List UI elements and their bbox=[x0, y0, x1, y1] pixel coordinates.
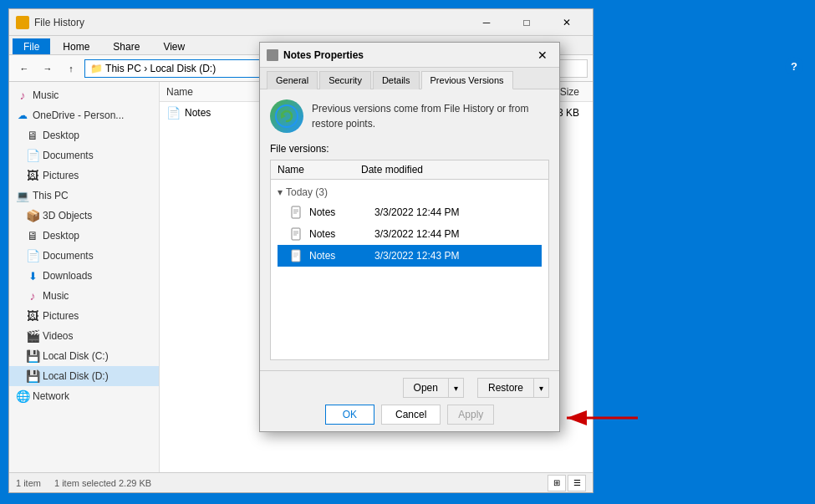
tab-previous-versions[interactable]: Previous Versions bbox=[421, 71, 513, 89]
dialog-tabs: General Security Details Previous Versio… bbox=[260, 68, 559, 89]
sidebar-item-diskd[interactable]: 💾 Local Disk (D:) bbox=[9, 366, 159, 386]
sidebar-item-music-2[interactable]: ♪ Music bbox=[9, 286, 159, 306]
up-button[interactable]: ↑ bbox=[61, 59, 81, 79]
cancel-button[interactable]: Cancel bbox=[381, 405, 441, 425]
tab-file[interactable]: File bbox=[13, 38, 50, 54]
version-icon-0 bbox=[291, 206, 303, 219]
title-bar: File History ─ □ ✕ bbox=[9, 9, 593, 36]
sidebar-item-3dobjects[interactable]: 📦 3D Objects bbox=[9, 206, 159, 226]
svg-rect-10 bbox=[292, 250, 300, 262]
minimize-button[interactable]: ─ bbox=[467, 9, 506, 36]
maximize-button[interactable]: □ bbox=[507, 9, 546, 36]
file-icon: 📄 bbox=[166, 106, 180, 120]
versions-header: Name Date modified bbox=[271, 160, 548, 180]
version-date-1: 3/3/2022 12:44 PM bbox=[374, 228, 528, 240]
version-icon-2 bbox=[291, 249, 303, 262]
sidebar: ♪ Music ☁ OneDrive - Person... 🖥 Desktop… bbox=[9, 82, 160, 472]
diskc-icon: 💾 bbox=[26, 349, 39, 363]
window-icon bbox=[16, 16, 29, 29]
sidebar-item-documents-2[interactable]: 📄 Documents bbox=[9, 246, 159, 266]
sidebar-label: Videos bbox=[43, 330, 73, 342]
dialog-info-row: Previous versions come from File History… bbox=[270, 99, 549, 133]
3dobjects-icon: 📦 bbox=[26, 209, 39, 222]
version-date-0: 3/3/2022 12:44 PM bbox=[374, 206, 528, 218]
details-view-button[interactable]: ⊞ bbox=[548, 475, 566, 491]
sidebar-label: Documents bbox=[43, 150, 94, 161]
tab-security[interactable]: Security bbox=[319, 71, 371, 89]
window-controls: ─ □ ✕ bbox=[467, 9, 586, 36]
versions-table: Name Date modified ▾ Today (3) Notes bbox=[270, 160, 549, 360]
forward-button[interactable]: → bbox=[38, 59, 58, 79]
sidebar-item-pictures-2[interactable]: 🖼 Pictures bbox=[9, 306, 159, 326]
sidebar-item-diskc[interactable]: 💾 Local Disk (C:) bbox=[9, 346, 159, 366]
sidebar-item-videos[interactable]: 🎬 Videos bbox=[9, 326, 159, 346]
documents-icon: 📄 bbox=[26, 149, 39, 162]
pictures-icon: 🖼 bbox=[26, 169, 39, 182]
sidebar-item-desktop-1[interactable]: 🖥 Desktop bbox=[9, 125, 159, 145]
dialog-close-button[interactable]: ✕ bbox=[532, 45, 553, 65]
tab-details[interactable]: Details bbox=[373, 71, 420, 89]
restore-dropdown-button[interactable]: ▾ bbox=[534, 378, 549, 398]
open-dropdown-button[interactable]: ▾ bbox=[449, 378, 464, 398]
sidebar-label: Pictures bbox=[43, 310, 79, 322]
sidebar-label: Desktop bbox=[43, 130, 79, 141]
tab-home[interactable]: Home bbox=[52, 38, 100, 54]
onedrive-icon: ☁ bbox=[16, 109, 29, 122]
dialog-title: Notes Properties bbox=[283, 49, 527, 61]
back-button[interactable]: ← bbox=[14, 59, 34, 79]
open-button[interactable]: Open bbox=[403, 378, 449, 398]
sidebar-item-downloads[interactable]: ⬇ Downloads bbox=[9, 266, 159, 286]
tab-general[interactable]: General bbox=[267, 71, 318, 89]
ok-button[interactable]: OK bbox=[325, 405, 374, 425]
sidebar-label: Music bbox=[43, 290, 69, 302]
dialog-action-row: Open ▾ Restore ▾ bbox=[270, 378, 549, 398]
sidebar-item-thispc[interactable]: 💻 This PC bbox=[9, 186, 159, 206]
sidebar-label: Local Disk (C:) bbox=[43, 350, 109, 362]
sidebar-item-onedrive[interactable]: ☁ OneDrive - Person... bbox=[9, 105, 159, 125]
collapse-icon: ▾ bbox=[278, 186, 283, 198]
sidebar-item-desktop-2[interactable]: 🖥 Desktop bbox=[9, 226, 159, 246]
versions-group: ▾ Today (3) Notes 3/3/2022 12:44 PM bbox=[271, 180, 548, 270]
sidebar-item-music-top[interactable]: ♪ Music bbox=[9, 85, 159, 105]
sidebar-label: Documents bbox=[43, 250, 94, 262]
help-button[interactable]: ? bbox=[785, 57, 803, 75]
apply-button[interactable]: Apply bbox=[447, 405, 494, 425]
sidebar-item-network[interactable]: 🌐 Network bbox=[9, 386, 159, 406]
version-name-0: Notes bbox=[309, 206, 368, 218]
desktop-icon: 🖥 bbox=[26, 129, 39, 142]
diskd-icon: 💾 bbox=[26, 369, 39, 383]
restore-button[interactable]: Restore bbox=[477, 378, 534, 398]
sidebar-label: This PC bbox=[33, 190, 69, 201]
version-icon-1 bbox=[291, 227, 303, 241]
version-row-1[interactable]: Notes 3/3/2022 12:44 PM bbox=[278, 223, 542, 245]
view-buttons: ⊞ ☰ bbox=[548, 475, 586, 491]
open-btn-group: Open ▾ bbox=[403, 378, 464, 398]
list-view-button[interactable]: ☰ bbox=[568, 475, 586, 491]
red-arrow bbox=[558, 408, 642, 428]
tab-view[interactable]: View bbox=[152, 38, 196, 54]
music2-icon: ♪ bbox=[26, 289, 39, 303]
svg-rect-6 bbox=[292, 228, 300, 240]
status-bar: 1 item 1 item selected 2.29 KB ⊞ ☰ bbox=[9, 472, 593, 492]
documents2-icon: 📄 bbox=[26, 249, 39, 262]
dialog-content: Previous versions come from File History… bbox=[260, 89, 559, 370]
file-versions-label: File versions: bbox=[270, 143, 549, 155]
svg-rect-2 bbox=[292, 206, 300, 218]
sidebar-item-pictures-1[interactable]: 🖼 Pictures bbox=[9, 165, 159, 186]
restore-icon bbox=[270, 99, 303, 133]
pictures2-icon: 🖼 bbox=[26, 309, 39, 323]
close-button[interactable]: ✕ bbox=[548, 9, 586, 36]
dialog-info-text: Previous versions come from File History… bbox=[312, 101, 549, 131]
path-text: 📁 This PC › Local Disk (D:) bbox=[90, 63, 216, 74]
restore-btn-group: Restore ▾ bbox=[477, 378, 549, 398]
group-header: ▾ Today (3) bbox=[278, 183, 542, 201]
sidebar-label: Pictures bbox=[43, 170, 79, 181]
vh-name: Name bbox=[278, 164, 361, 176]
sidebar-label: Music bbox=[33, 89, 59, 101]
version-row-2[interactable]: Notes 3/3/2022 12:43 PM bbox=[278, 245, 542, 267]
version-name-1: Notes bbox=[309, 228, 368, 240]
version-row-0[interactable]: Notes 3/3/2022 12:44 PM bbox=[278, 201, 542, 223]
tab-share[interactable]: Share bbox=[102, 38, 150, 54]
sidebar-item-documents-1[interactable]: 📄 Documents bbox=[9, 145, 159, 165]
sidebar-label: Local Disk (D:) bbox=[43, 370, 109, 382]
